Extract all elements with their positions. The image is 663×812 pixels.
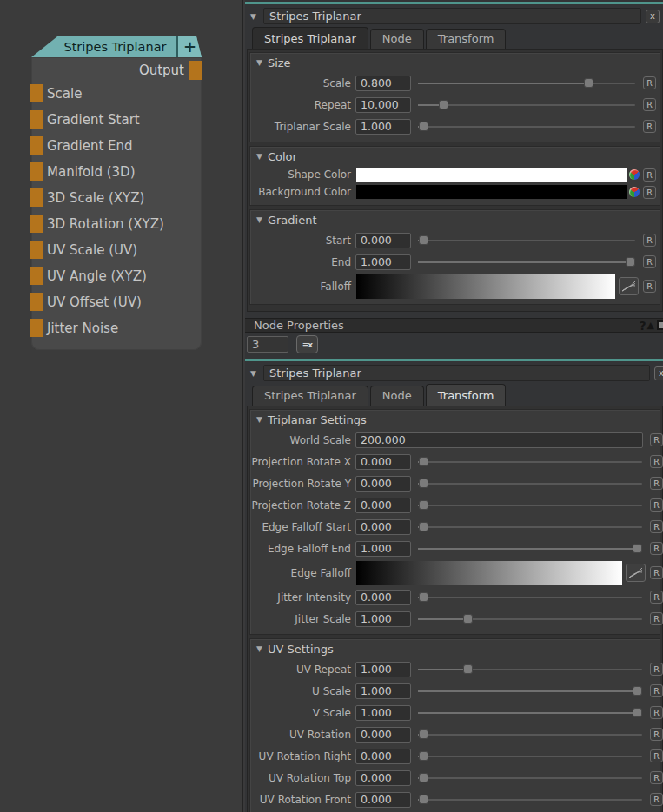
slider-handle[interactable] <box>419 729 428 739</box>
node-input-row[interactable]: Scale <box>31 81 202 107</box>
slider[interactable] <box>418 476 642 492</box>
close-button[interactable]: x <box>646 10 660 23</box>
section-header[interactable]: ▼Triplanar Settings <box>250 410 660 429</box>
input-connector[interactable] <box>30 267 43 285</box>
disclosure-triangle-icon[interactable]: ▼ <box>256 415 262 424</box>
value-input[interactable]: 0.000 <box>355 233 411 248</box>
tab-transform[interactable]: Transform <box>426 384 507 406</box>
slider[interactable] <box>418 590 642 605</box>
reset-button[interactable]: R <box>650 684 663 697</box>
rgb-color-icon[interactable] <box>629 187 640 197</box>
color-swatch[interactable] <box>356 185 627 199</box>
tab-transform[interactable]: Transform <box>426 29 507 49</box>
section-header[interactable]: ▼Gradient <box>250 210 660 229</box>
slider-handle[interactable] <box>633 544 642 553</box>
reset-button[interactable]: R <box>643 168 656 182</box>
slider-track[interactable] <box>418 461 642 463</box>
node-input-row[interactable]: 3D Rotation (XYZ) <box>31 211 202 237</box>
slider[interactable] <box>418 498 642 513</box>
slider[interactable] <box>418 233 635 248</box>
reset-button[interactable]: R <box>650 771 663 784</box>
node-header[interactable]: Stripes Triplanar + <box>31 36 202 57</box>
reset-button[interactable]: R <box>650 455 663 468</box>
value-input[interactable]: 0.000 <box>355 792 411 808</box>
reset-button[interactable]: R <box>650 566 663 579</box>
node-input-row[interactable]: Gradient Start <box>31 107 202 133</box>
curve-edit-button[interactable] <box>619 277 639 295</box>
slider[interactable] <box>418 541 642 557</box>
disclosure-triangle-icon[interactable]: ▼ <box>256 215 262 224</box>
input-connector[interactable] <box>30 241 43 259</box>
reset-button[interactable]: R <box>643 76 656 89</box>
reset-button[interactable]: R <box>650 498 663 512</box>
slider-track[interactable] <box>418 505 642 506</box>
tab-stripes-triplanar[interactable]: Stripes Triplanar <box>252 27 368 49</box>
input-connector[interactable] <box>30 215 43 233</box>
node-input-row[interactable]: Manifold (3D) <box>31 159 202 185</box>
slider[interactable] <box>418 611 642 627</box>
disclosure-triangle-icon[interactable]: ▼ <box>250 12 259 21</box>
value-input[interactable]: 200.000 <box>355 432 643 448</box>
node-input-row[interactable]: UV Scale (UV) <box>31 237 202 263</box>
node-stripes-triplanar[interactable]: Stripes Triplanar + Output ScaleGradient… <box>31 36 202 350</box>
pin-icon[interactable]: ▲ <box>647 320 654 331</box>
slider-handle[interactable] <box>419 500 428 510</box>
curve-edit-button[interactable] <box>626 564 646 582</box>
slider-track[interactable] <box>418 483 642 485</box>
tab-stripes-triplanar[interactable]: Stripes Triplanar <box>252 386 368 406</box>
slider[interactable] <box>418 119 635 135</box>
slider-handle[interactable] <box>584 78 593 88</box>
reset-button[interactable]: R <box>650 793 663 806</box>
reset-button[interactable]: R <box>650 477 663 490</box>
disclosure-triangle-icon[interactable]: ▼ <box>256 58 262 67</box>
rgb-color-icon[interactable] <box>629 169 640 180</box>
panel-header[interactable]: ▼Stripes Triplanarx <box>250 8 660 24</box>
slider-handle[interactable] <box>626 257 635 267</box>
value-input[interactable]: 0.000 <box>355 476 411 492</box>
value-input[interactable]: 1.000 <box>355 705 411 721</box>
slider-track[interactable] <box>418 126 635 128</box>
slider-handle[interactable] <box>633 686 642 696</box>
gradient-strip[interactable] <box>356 561 622 585</box>
add-connection-button[interactable]: + <box>176 36 202 57</box>
value-input[interactable]: 1.000 <box>355 541 411 557</box>
slider-track[interactable] <box>418 104 635 106</box>
reset-button[interactable]: R <box>643 186 656 199</box>
reset-button[interactable]: R <box>650 433 663 446</box>
slider-track[interactable] <box>418 597 642 598</box>
section-header[interactable]: ▼Color <box>250 147 660 166</box>
node-properties-bar[interactable]: Node Properties ? ▲ <box>245 318 663 333</box>
reset-button[interactable]: R <box>650 728 663 741</box>
reset-button[interactable]: R <box>643 98 656 111</box>
slider[interactable] <box>418 454 642 470</box>
slider-handle[interactable] <box>419 522 428 531</box>
reset-button[interactable]: R <box>643 120 656 133</box>
slider[interactable] <box>418 519 642 535</box>
reset-button[interactable]: R <box>650 591 663 604</box>
value-input[interactable]: 0.800 <box>355 76 411 91</box>
color-swatch[interactable] <box>356 168 627 182</box>
input-connector[interactable] <box>30 293 43 311</box>
input-connector[interactable] <box>30 136 43 155</box>
disclosure-triangle-icon[interactable]: ▼ <box>256 644 262 653</box>
slider-handle[interactable] <box>419 773 428 782</box>
help-icon[interactable]: ? <box>639 319 646 333</box>
reset-button[interactable]: R <box>650 612 663 625</box>
node-input-row[interactable]: UV Angle (XYZ) <box>31 263 202 289</box>
output-connector[interactable] <box>189 61 202 80</box>
slider-handle[interactable] <box>463 664 473 674</box>
panel-header[interactable]: ▼Stripes Triplanarx <box>250 365 660 381</box>
reset-button[interactable]: R <box>650 542 663 555</box>
slider[interactable] <box>418 770 642 786</box>
schematic-view[interactable]: Stripes Triplanar + Output ScaleGradient… <box>0 0 243 812</box>
value-input[interactable]: 1.000 <box>355 662 411 677</box>
popout-window-icon[interactable] <box>657 320 663 330</box>
tab-node[interactable]: Node <box>370 29 424 49</box>
slider[interactable] <box>418 662 642 677</box>
input-connector[interactable] <box>30 84 43 102</box>
gradient-strip[interactable] <box>356 274 615 299</box>
value-input[interactable]: 0.000 <box>355 519 411 535</box>
input-connector[interactable] <box>30 110 43 129</box>
input-connector[interactable] <box>30 319 43 337</box>
input-connector[interactable] <box>30 188 43 207</box>
